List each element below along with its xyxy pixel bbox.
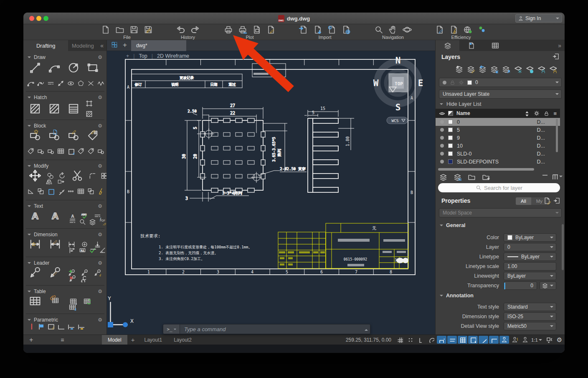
polar-tracking-toggle[interactable] [426,336,436,344]
viewcube-east[interactable]: E [418,78,423,88]
file-tab-dwg[interactable]: dwg* [131,40,186,51]
layer-off-icon[interactable] [524,64,535,74]
tool-table-export[interactable] [68,302,77,312]
layer-on-icon[interactable] [440,152,444,156]
layer-color-swatch[interactable] [448,135,453,140]
status-settings-gear[interactable]: ⚙ [555,336,564,344]
linetype-dropdown[interactable]: ByLayer [504,253,556,261]
layer-color-swatch[interactable] [448,159,453,164]
ortho-mode-toggle[interactable] [416,336,426,344]
save-button[interactable] [129,25,139,34]
tool-table-update[interactable] [82,296,92,306]
layer-search-input[interactable]: Search for layer [438,183,560,192]
save-as-button[interactable] [143,25,153,34]
tool-leader-style[interactable] [93,268,102,278]
insert-ole-button[interactable] [327,25,337,34]
tool-dim-constraint2[interactable] [76,321,86,331]
tab-layout2[interactable]: Layout2 [168,335,198,345]
tab-model[interactable]: Model [102,335,127,345]
properties-edit-icon[interactable] [543,197,551,206]
tab-layers-panel[interactable] [436,40,459,51]
tool-constraint-vertical[interactable] [26,321,35,331]
layer-dropdown[interactable]: 0 [504,243,556,251]
layer-unisolate-icon[interactable] [501,64,511,74]
tool-dim-baseline[interactable] [68,245,77,255]
detail-view-style-dropdown[interactable]: Metric50 [504,322,556,330]
tool-purge[interactable] [96,186,106,196]
tool-text-layers[interactable] [88,217,97,227]
tool-gradient[interactable] [65,100,82,117]
layer-lock-icon[interactable] [536,64,546,74]
new-layer-button[interactable] [438,172,449,181]
tool-stretch[interactable] [56,177,66,186]
layer-freeze-icon[interactable] [512,64,523,74]
tool-hatch-edit[interactable] [46,100,63,117]
tool-move[interactable] [27,167,43,184]
tool-edit-block[interactable] [65,127,82,144]
viewcube-north[interactable]: N [395,56,401,66]
tool-break[interactable] [56,186,66,196]
command-history-toggle-icon[interactable] [365,327,368,331]
layer-on-icon[interactable] [440,128,444,132]
tool-constraint-bracket[interactable] [56,321,66,331]
tool-arc[interactable] [46,59,63,76]
swatch-column-icon[interactable] [448,111,453,116]
tab-references-panel[interactable] [459,40,483,51]
redo-button[interactable] [190,25,200,34]
workspace-switch-button[interactable] [544,336,554,344]
tool-ellipse[interactable] [66,79,76,88]
zoom-tool-button[interactable] [374,25,384,34]
sign-in-button[interactable]: Sign In [515,14,562,23]
tool-hatch-swatch[interactable] [84,109,94,119]
layer-on-icon[interactable] [440,136,444,140]
tool-dim-update[interactable] [88,245,97,255]
tool-leader-edit[interactable] [47,264,63,281]
tool-array[interactable] [99,171,107,181]
import-button[interactable] [299,25,309,34]
filter-all-button[interactable]: All [516,197,531,205]
palette-menu-button[interactable]: ≡ [61,337,64,343]
layer-list-icon[interactable] [454,64,464,74]
layer-undo-icon[interactable] [477,64,488,74]
tool-dimension-edit[interactable] [47,236,63,253]
new-file-button[interactable] [101,25,111,34]
tool-create-block[interactable] [46,127,63,144]
tool-trim[interactable] [69,167,86,184]
panel-overflow-button[interactable]: » [558,40,565,51]
tool-find-text[interactable] [78,217,87,227]
layer-on-icon[interactable] [440,144,444,148]
layer-row-sld-defpoints[interactable]: SLD-DEFPOINTS D... [436,158,560,166]
tool-offset[interactable] [46,186,56,196]
layer-row-9[interactable]: 9 D... [436,134,560,142]
model-canvas[interactable]: + dwg* + | Top | 2D Wireframe [107,40,435,335]
tool-rectangle[interactable] [84,59,101,76]
tool-mirror[interactable] [44,177,54,186]
layer-on-icon[interactable] [440,160,444,163]
tool-mtext[interactable] [27,207,43,224]
pan-tool-button[interactable] [388,25,398,34]
tool-multileader[interactable] [27,264,43,281]
hide-layer-list-toggle[interactable]: Hide Layer List [440,101,481,107]
add-layout-button[interactable]: + [127,335,139,345]
remove-layer-button[interactable] [542,175,547,176]
tool-chamfer[interactable] [26,186,35,196]
tool-leader-remove[interactable] [68,274,77,284]
tool-insert-block[interactable] [27,127,43,144]
annotation-section-header[interactable]: Annotation [440,293,474,299]
lock-column-icon[interactable] [544,111,549,116]
tool-revcloud[interactable] [96,79,106,88]
selection-cycling-toggle[interactable] [468,336,478,344]
tool-spline[interactable] [36,79,46,88]
sort-column-icon[interactable] [525,111,530,116]
text-style-dropdown[interactable]: Standard [504,303,556,311]
tab-drafting[interactable]: Drafting [23,40,68,51]
tool-block-replace[interactable] [96,146,106,156]
layer-unlock-icon[interactable] [547,64,558,74]
add-palette-button[interactable]: + [29,336,33,344]
object-snap-tracking-toggle[interactable] [447,336,457,344]
sidebar-collapse-button[interactable]: « [97,40,106,51]
tool-3d-move[interactable] [36,186,46,196]
linetype-scale-input[interactable]: 1.00 [504,262,556,271]
undo-button[interactable] [176,25,186,34]
layer-state-dropdown[interactable]: Unsaved Layer State [439,89,562,99]
